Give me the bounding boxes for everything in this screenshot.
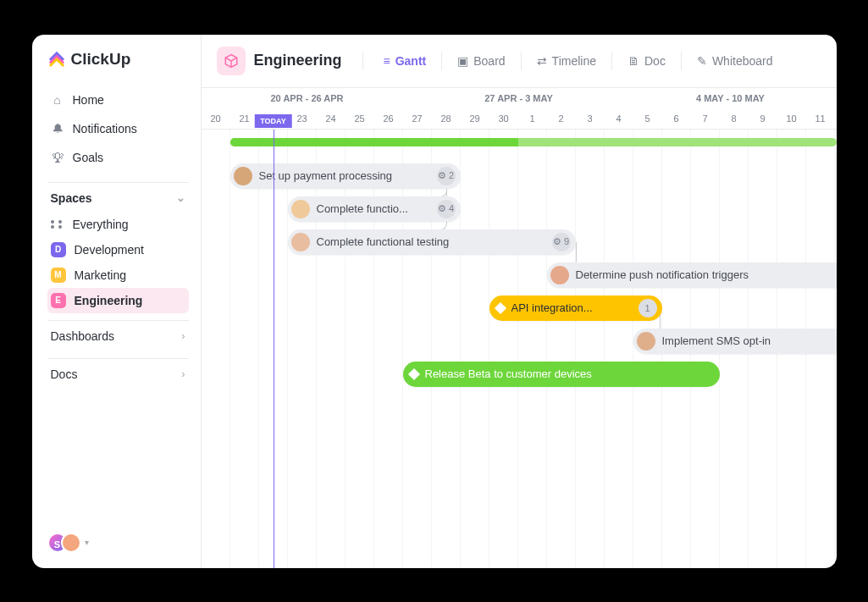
nav-goals[interactable]: 🏆︎Goals — [47, 145, 189, 170]
member-avatar — [61, 533, 81, 553]
day-cell[interactable]: 7 — [691, 108, 720, 129]
chevron-down-icon: ⌄ — [176, 191, 185, 204]
day-cell[interactable]: 12 — [835, 108, 837, 129]
day-cell[interactable]: 2 — [547, 108, 576, 129]
milestone-icon — [494, 301, 506, 313]
caret-down-icon: ▾ — [85, 538, 89, 547]
view-board[interactable]: ▣Board — [452, 51, 510, 71]
day-cell[interactable]: 4 — [605, 108, 633, 129]
day-cell[interactable]: 9 — [749, 108, 777, 129]
task-bar[interactable]: Release Beta to customer devices — [403, 362, 720, 387]
task-name: Set up payment processing — [259, 169, 430, 182]
space-badge: D — [51, 242, 66, 257]
task-bar[interactable]: Determine push notification triggers⚙ 1 — [547, 262, 837, 288]
topbar: Engineering ≡Gantt▣Board⇄Timeline🗎Doc✎Wh… — [202, 35, 837, 88]
spaces-list: DDevelopmentMMarketingEEngineering — [47, 237, 189, 313]
board-icon: ▣ — [457, 54, 468, 68]
day-cell[interactable]: 27 — [403, 108, 432, 129]
assignee-avatar — [291, 233, 310, 251]
day-cell[interactable]: 6 — [662, 108, 691, 129]
day-cell[interactable]: 8 — [720, 108, 749, 129]
week-label: 4 MAY - 10 MAY — [625, 88, 837, 108]
logo[interactable]: ClickUp — [47, 50, 189, 69]
bell-icon: 🔔︎ — [51, 122, 64, 135]
nav-home[interactable]: ⌂Home — [47, 87, 189, 113]
task-bar[interactable]: Set up payment processing⚙ 2 — [230, 163, 461, 189]
day-cell[interactable]: 20 — [202, 108, 230, 129]
sidebar-space-marketing[interactable]: MMarketing — [47, 262, 189, 288]
divider — [681, 52, 682, 70]
sidebar-space-engineering[interactable]: EEngineering — [47, 288, 189, 313]
timeline-header: 20 APR - 26 APR27 APR - 3 MAY4 MAY - 10 … — [202, 88, 837, 130]
sidebar: ClickUp ⌂Home 🔔︎Notifications 🏆︎Goals Sp… — [32, 35, 202, 568]
chevron-right-icon: › — [181, 329, 185, 342]
task-bar[interactable]: Implement SMS opt-in — [633, 329, 837, 354]
divider — [521, 52, 522, 70]
sidebar-user-area[interactable]: S ▾ — [47, 533, 189, 553]
subtask-count: ⚙ 9 — [552, 233, 571, 251]
nav-primary: ⌂Home 🔔︎Notifications 🏆︎Goals — [47, 87, 189, 170]
doc-icon: 🗎 — [628, 54, 639, 68]
day-cell[interactable]: 24 — [317, 108, 346, 129]
app-name: ClickUp — [71, 50, 131, 69]
assignee-avatar — [637, 332, 655, 351]
divider — [611, 52, 612, 70]
day-cell[interactable]: 1 — [518, 108, 547, 129]
nav-notifications[interactable]: 🔔︎Notifications — [47, 116, 189, 141]
day-cell[interactable]: 28 — [432, 108, 461, 129]
day-cell[interactable]: 25 — [346, 108, 374, 129]
trophy-icon: 🏆︎ — [51, 151, 64, 164]
task-name: Release Beta to customer devices — [425, 367, 715, 380]
space-badge: E — [51, 293, 66, 308]
view-whiteboard[interactable]: ✎Whiteboard — [692, 51, 778, 71]
week-label: 27 APR - 3 MAY — [413, 88, 625, 108]
day-cell[interactable]: 3 — [576, 108, 605, 129]
subtask-count: ⚙ 2 — [437, 167, 456, 185]
app-window: ClickUp ⌂Home 🔔︎Notifications 🏆︎Goals Sp… — [32, 35, 837, 568]
gantt-area[interactable]: Set up payment processing⚙ 2Complete fun… — [202, 130, 837, 568]
task-bar[interactable]: Complete functio...⚙ 4 — [288, 196, 461, 222]
view-timeline[interactable]: ⇄Timeline — [532, 51, 601, 71]
week-label: 20 APR - 26 APR — [202, 88, 413, 108]
day-cell[interactable]: 30 — [489, 108, 518, 129]
milestone-icon — [407, 367, 419, 379]
day-cell[interactable]: 29 — [461, 108, 489, 129]
today-tag: TODAY — [254, 114, 292, 128]
divider — [441, 52, 442, 70]
divider — [362, 52, 363, 70]
space-label: Development — [75, 243, 145, 257]
views-row: ≡Gantt▣Board⇄Timeline🗎Doc✎Whiteboard — [379, 51, 778, 71]
subtask-count: ⚙ 4 — [437, 200, 456, 218]
view-gantt[interactable]: ≡Gantt — [379, 51, 432, 71]
assignee-avatar — [234, 167, 252, 185]
day-cell[interactable]: 10 — [777, 108, 806, 129]
task-bar[interactable]: API integration...1 — [489, 295, 662, 321]
space-label: Engineering — [75, 294, 143, 307]
sidebar-space-development[interactable]: DDevelopment — [47, 237, 189, 262]
timeline-icon: ⇄ — [537, 54, 547, 68]
spaces-header[interactable]: Spaces ⌄ — [47, 182, 189, 212]
task-bar[interactable]: Complete functional testing⚙ 9 — [288, 229, 576, 255]
day-cell[interactable]: 11 — [806, 108, 835, 129]
space-title: Engineering — [254, 52, 342, 69]
view-doc[interactable]: 🗎Doc — [622, 51, 671, 71]
day-cell[interactable]: 5 — [633, 108, 662, 129]
logo-icon — [47, 50, 66, 69]
space-label: Marketing — [75, 268, 126, 282]
sidebar-item-everything[interactable]: Everything — [47, 212, 189, 237]
task-name: Complete functio... — [317, 202, 430, 215]
week-row: 20 APR - 26 APR27 APR - 3 MAY4 MAY - 10 … — [202, 88, 837, 108]
task-name: API integration... — [511, 301, 632, 314]
assignee-avatar — [291, 200, 310, 218]
grid-icon — [51, 218, 64, 231]
day-cell[interactable]: 26 — [374, 108, 403, 129]
main-pane: Engineering ≡Gantt▣Board⇄Timeline🗎Doc✎Wh… — [202, 35, 837, 568]
sidebar-docs[interactable]: Docs › — [47, 358, 189, 389]
today-line — [274, 130, 274, 568]
task-name: Complete functional testing — [317, 235, 545, 248]
task-name: Implement SMS opt-in — [662, 334, 837, 347]
subtask-count: 1 — [639, 299, 657, 318]
sidebar-dashboards[interactable]: Dashboards › — [47, 320, 189, 351]
overall-progress — [230, 138, 837, 146]
space-icon — [217, 47, 246, 75]
